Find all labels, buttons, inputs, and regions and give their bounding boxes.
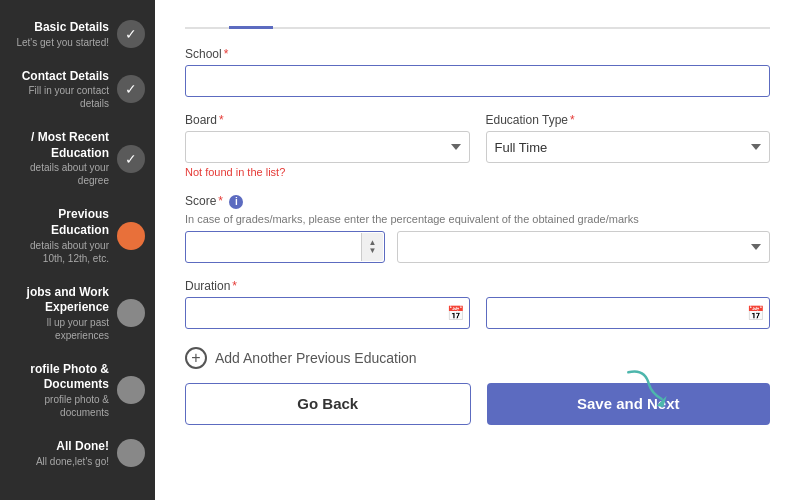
sidebar-title-profile: rofile Photo & Documents (12, 362, 109, 393)
sidebar-title-previous: Previous Education (12, 207, 109, 238)
tab-1[interactable] (185, 10, 229, 29)
sidebar-sub-contact: Fill in your contact details (12, 84, 109, 110)
score-label: Score* i (185, 194, 770, 209)
sidebar-item-contact-details[interactable]: Contact Details Fill in your contact det… (0, 59, 155, 121)
score-info-icon: i (229, 195, 243, 209)
sidebar-icon-done (117, 439, 145, 467)
arrow-decoration (620, 364, 670, 418)
score-spinner[interactable]: ▲ ▼ (361, 233, 383, 261)
score-info-text: In case of grades/marks, please enter th… (185, 213, 770, 225)
sidebar-icon-profile (117, 376, 145, 404)
sidebar-icon-basic (117, 20, 145, 48)
sidebar-item-all-done[interactable]: All Done! All done,let's go! (0, 429, 155, 478)
sidebar-title-jobs: jobs and Work Experience (12, 285, 109, 316)
sidebar-item-basic-details[interactable]: Basic Details Let's get you started! (0, 10, 155, 59)
sidebar-sub-previous: details about your 10th, 12th, etc. (12, 239, 109, 265)
tab-2[interactable] (229, 10, 273, 29)
spinner-down[interactable]: ▼ (369, 247, 377, 255)
score-select-wrap (397, 231, 770, 263)
add-circle-icon: + (185, 347, 207, 369)
board-not-found-link[interactable]: Not found in the list? (185, 166, 470, 178)
sidebar-title-done: All Done! (12, 439, 109, 455)
sidebar-sub-profile: profile photo & documents (12, 393, 109, 419)
education-type-select[interactable]: Full Time Part Time Distance (486, 131, 771, 163)
score-type-select[interactable] (397, 231, 770, 263)
score-field-group: Score* i In case of grades/marks, please… (185, 194, 770, 263)
calendar-start-icon[interactable]: 📅 (447, 305, 464, 321)
duration-end-input[interactable] (486, 297, 771, 329)
score-input[interactable] (185, 231, 385, 263)
sidebar-sub-done: All done,let's go! (12, 455, 109, 468)
sidebar-sub-jobs: ll up your past experiences (12, 316, 109, 342)
duration-label: Duration* (185, 279, 770, 293)
duration-end-field: 📅 (486, 297, 771, 329)
sidebar-item-jobs[interactable]: jobs and Work Experience ll up your past… (0, 275, 155, 352)
sidebar-icon-contact (117, 75, 145, 103)
score-input-wrap: ▲ ▼ (185, 231, 385, 263)
button-row: Go Back Save and Next (185, 383, 770, 425)
board-select[interactable] (185, 131, 470, 163)
sidebar-sub-basic: Let's get you started! (12, 36, 109, 49)
sidebar-title-basic: Basic Details (12, 20, 109, 36)
education-type-field-group: Education Type* Full Time Part Time Dist… (486, 113, 771, 178)
sidebar-icon-previous (117, 222, 145, 250)
add-another-label: Add Another Previous Education (215, 350, 417, 366)
sidebar: Basic Details Let's get you started! Con… (0, 0, 155, 500)
main-content: School* Board* Not found in the list? Ed… (155, 0, 800, 500)
sidebar-title-recent: / Most Recent Education (12, 130, 109, 161)
sidebar-item-profile-photo[interactable]: rofile Photo & Documents profile photo &… (0, 352, 155, 429)
school-input[interactable] (185, 65, 770, 97)
board-education-row: Board* Not found in the list? Education … (185, 113, 770, 178)
duration-start-field: 📅 (185, 297, 470, 329)
education-type-label: Education Type* (486, 113, 771, 127)
duration-start-input[interactable] (185, 297, 470, 329)
duration-field-group: Duration* 📅 📅 (185, 279, 770, 329)
board-field-group: Board* Not found in the list? (185, 113, 470, 178)
sidebar-item-previous-education[interactable]: Previous Education details about your 10… (0, 197, 155, 274)
board-label: Board* (185, 113, 470, 127)
sidebar-sub-recent: details about your degree (12, 161, 109, 187)
calendar-end-icon[interactable]: 📅 (747, 305, 764, 321)
school-label: School* (185, 47, 770, 61)
tab-bar (185, 10, 770, 29)
add-another-button[interactable]: + Add Another Previous Education (185, 347, 770, 369)
go-back-button[interactable]: Go Back (185, 383, 471, 425)
sidebar-icon-jobs (117, 299, 145, 327)
sidebar-icon-recent (117, 145, 145, 173)
sidebar-item-most-recent[interactable]: / Most Recent Education details about yo… (0, 120, 155, 197)
school-field-group: School* (185, 47, 770, 97)
sidebar-title-contact: Contact Details (12, 69, 109, 85)
